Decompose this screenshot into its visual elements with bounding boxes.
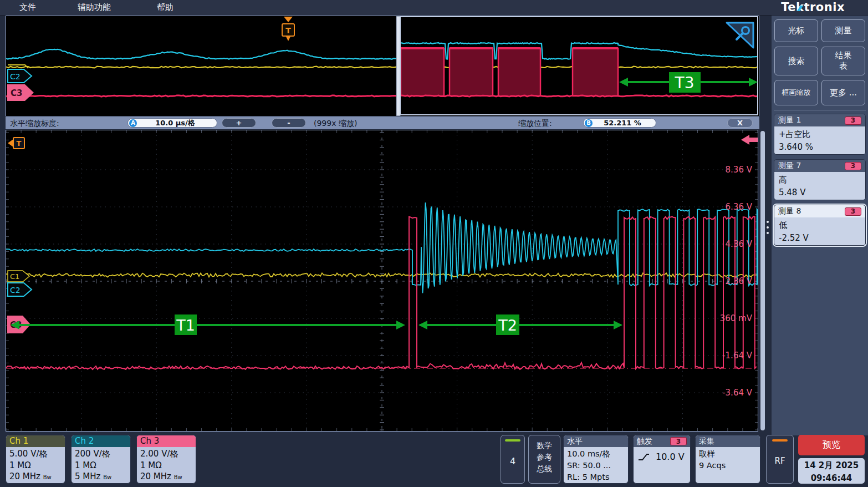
main-waveform-panel[interactable]: T 8.36 V 6.36 V 4.36 V 2.36 V 360 mV -1.… <box>6 130 758 432</box>
measurement-title: 测量 1 <box>778 115 801 125</box>
knob-a-badge: A <box>129 119 137 127</box>
math-ref-bus-button[interactable]: 数学 参考 总线 <box>528 435 560 484</box>
measurement-source-badge: 3 <box>845 162 861 170</box>
scale-label: 2.36 V <box>726 276 753 286</box>
menu-help[interactable]: 帮助 <box>157 2 173 13</box>
annotation-t3: T3 <box>619 72 758 93</box>
oscilloscope-screen: 文件 辅助功能 帮助 Tektronix T C2 <box>0 0 868 487</box>
channel-3-name: Ch 3 <box>137 435 196 447</box>
trigger-position-marker[interactable]: T <box>8 138 24 149</box>
knob-b-badge: B <box>585 119 593 127</box>
measurement-value: 3.640 % <box>779 141 861 154</box>
channel-scale: 5.00 V/格 <box>9 448 62 460</box>
zoom-controls-bar: 水平缩放标度: A 10.0 µs/格 + - (999x 缩放) 缩放位置: … <box>6 117 759 129</box>
menu-file[interactable]: 文件 <box>19 2 36 13</box>
channel-impedance: 1 MΩ <box>75 460 127 471</box>
zoom-scale-pill[interactable]: A 10.0 µs/格 <box>127 118 217 128</box>
rf-color-indicator <box>772 439 788 442</box>
more-button[interactable]: 更多 ... <box>821 80 865 105</box>
preview-button[interactable]: 预览 <box>798 435 865 455</box>
trigger-badge[interactable]: 触发 3 10.0 V <box>633 435 691 484</box>
horizontal-record-length: RL: 5 Mpts <box>567 471 625 483</box>
zoom-in-button[interactable]: + <box>222 118 256 128</box>
time-label: 09:46:44 <box>798 472 865 485</box>
svg-text:C1: C1 <box>10 272 19 281</box>
horizontal-scale: 10.0 ms/格 <box>567 448 625 460</box>
scale-label: -3.64 V <box>722 388 753 398</box>
channel-4-button[interactable]: 4 <box>501 435 525 484</box>
menu-bar: 文件 辅助功能 帮助 Tektronix <box>0 0 868 16</box>
annotation-t2: T2 <box>418 314 622 335</box>
annotation-t1: T1 <box>11 314 405 335</box>
svg-text:T2: T2 <box>498 317 517 334</box>
trigger-source-badge: 3 <box>670 437 687 445</box>
panel-drag-handle[interactable] <box>767 221 770 237</box>
measurement-value: -2.52 V <box>779 232 861 245</box>
results-table-button[interactable]: 结果表 <box>821 47 865 75</box>
draw-a-box-button[interactable]: 框画缩放 <box>774 80 818 105</box>
measurement-title: 测量 8 <box>778 206 801 216</box>
channel-bandwidth: 20 MHz Bw <box>9 471 62 483</box>
tektronix-logo: Tektronix <box>781 1 845 14</box>
svg-text:C2: C2 <box>10 72 21 81</box>
channel-4-color-indicator <box>505 439 520 442</box>
measurement-name: 低 <box>779 219 861 232</box>
trigger-level: 10.0 V <box>656 452 685 462</box>
zoom-position-label: 缩放位置: <box>518 119 552 129</box>
zoom-position-pill[interactable]: B 52.211 % <box>583 118 656 128</box>
svg-text:T1: T1 <box>176 317 195 334</box>
cursors-button[interactable]: 光标 <box>774 19 818 42</box>
channel-4-label: 4 <box>501 456 524 466</box>
main-plot-svg: T 8.36 V 6.36 V 4.36 V 2.36 V 360 mV -1.… <box>6 130 758 431</box>
channel-badge-c2[interactable]: C2 <box>8 283 32 296</box>
rf-button[interactable]: RF <box>766 435 794 484</box>
ref-label: 参考 <box>529 452 560 463</box>
waveform-overview-panel[interactable]: T C2 C3 T3 <box>6 16 759 116</box>
measurement-badge-1[interactable]: 测量 1 3 +占空比 3.640 % <box>774 114 866 155</box>
trigger-title: 触发 <box>637 437 652 447</box>
zoom-close-button[interactable]: X <box>727 118 753 128</box>
acquisition-mode: 取样 <box>699 448 757 460</box>
measurement-source-badge: 3 <box>845 116 861 125</box>
channel-bandwidth: 20 MHz Bw <box>140 471 192 483</box>
menu-utility[interactable]: 辅助功能 <box>78 2 111 13</box>
measurement-badge-8[interactable]: 测量 8 3 低 -2.52 V <box>774 205 866 246</box>
scale-label: 6.36 V <box>726 202 753 212</box>
datetime-display: 14 2月 2025 09:46:44 <box>798 458 865 484</box>
date-label: 14 2月 2025 <box>798 459 865 472</box>
horizontal-sample-rate: SR: 50.0 ... <box>567 460 625 471</box>
overview-channel-badge-c2[interactable]: C2 <box>8 69 32 83</box>
measurement-name: 高 <box>779 174 861 186</box>
waveform-layer <box>6 202 758 369</box>
channel-1-name: Ch 1 <box>6 435 65 447</box>
sidebar: 光标 测量 搜索 结果表 框画缩放 更多 ... 测量 1 3 +占空比 3.6… <box>772 16 868 435</box>
graticule-layer <box>6 130 758 431</box>
rf-label: RF <box>767 456 793 466</box>
search-button[interactable]: 搜索 <box>774 47 818 75</box>
acquisition-badge[interactable]: 采集 取样 9 Acqs <box>695 435 760 484</box>
horizontal-badge[interactable]: 水平 10.0 ms/格 SR: 50.0 ... RL: 5 Mpts <box>563 435 629 484</box>
measure-button[interactable]: 测量 <box>821 19 865 42</box>
channel-badge-c1[interactable]: C1 <box>8 271 29 282</box>
zoom-out-button[interactable]: - <box>272 118 306 128</box>
channel-2-badge[interactable]: Ch 2 200 V/格 1 MΩ 5 MHz Bw <box>71 435 131 484</box>
channel-3-badge[interactable]: Ch 3 2.00 V/格 1 MΩ 20 MHz Bw <box>136 435 196 484</box>
overview-channel-badge-c3[interactable]: C3 <box>7 84 34 101</box>
svg-text:T: T <box>285 26 291 35</box>
channel-bandwidth: 5 MHz Bw <box>75 471 127 483</box>
math-label: 数学 <box>529 440 560 452</box>
channel-scale: 200 V/格 <box>75 448 127 460</box>
measurement-source-badge: 3 <box>845 207 861 216</box>
plot-scrollbar[interactable] <box>760 131 765 430</box>
svg-text:C3: C3 <box>11 88 22 98</box>
trigger-level-arrow[interactable] <box>741 135 758 145</box>
horizontal-title: 水平 <box>567 437 583 447</box>
zoom-overview-icon[interactable] <box>727 23 753 48</box>
overview-trigger-marker[interactable]: T <box>282 17 294 41</box>
measurement-value: 5.48 V <box>779 186 861 199</box>
channel-1-badge[interactable]: Ch 1 5.00 V/格 1 MΩ 20 MHz Bw <box>6 435 65 484</box>
zoom-window-divider[interactable] <box>396 16 400 116</box>
acquisition-count: 9 Acqs <box>699 460 757 471</box>
zoom-position-value: 52.211 % <box>593 119 656 127</box>
measurement-badge-7[interactable]: 测量 7 3 高 5.48 V <box>774 159 866 200</box>
